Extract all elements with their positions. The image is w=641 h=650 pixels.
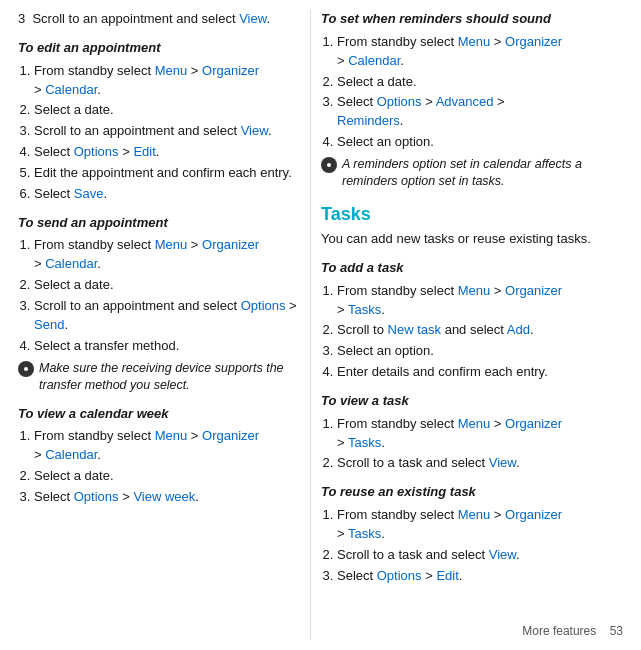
addtask-step-3: Select an option. <box>337 342 623 361</box>
addtask-step-4: Enter details and confirm each entry. <box>337 363 623 382</box>
options-link-1: Options <box>74 144 119 159</box>
calendar-link-3: Calendar <box>45 447 97 462</box>
edit-step-3: Scroll to an appointment and select View… <box>34 122 300 141</box>
left-column: 3 Scroll to an appointment and select Vi… <box>0 10 310 640</box>
reminders-title: To set when reminders should sound <box>321 10 623 29</box>
section-edit-appointment: To edit an appointment From standby sele… <box>18 39 300 204</box>
send-title: To send an appointment <box>18 214 300 233</box>
section-reminders: To set when reminders should sound From … <box>321 10 623 191</box>
organizer-link: Organizer <box>202 63 259 78</box>
addtask-step-1: From standby select Menu > Organizer> Ta… <box>337 282 623 320</box>
addtask-title: To add a task <box>321 259 623 278</box>
tasks-link-1: Tasks <box>348 302 381 317</box>
reusetask-steps: From standby select Menu > Organizer> Ta… <box>321 506 623 585</box>
send-step-1: From standby select Menu > Organizer> Ca… <box>34 236 300 274</box>
menu-link-t1: Menu <box>458 283 491 298</box>
edit-steps: From standby select Menu > Organizer> Ca… <box>18 62 300 204</box>
newtask-link: New task <box>388 322 441 337</box>
addtask-steps: From standby select Menu > Organizer> Ta… <box>321 282 623 382</box>
send-note-text: Make sure the receiving device supports … <box>39 360 300 395</box>
item3-text: 3 Scroll to an appointment and select Vi… <box>18 10 300 29</box>
section-add-task: To add a task From standby select Menu >… <box>321 259 623 382</box>
reminders-note-text: A reminders option set in calendar affec… <box>342 156 623 191</box>
view-link-t2: View <box>489 547 516 562</box>
tasks-link-3: Tasks <box>348 526 381 541</box>
reminders-step-4: Select an option. <box>337 133 623 152</box>
viewweek-link: View week <box>133 489 195 504</box>
view-link-1: View <box>239 11 266 26</box>
send-step-3: Scroll to an appointment and select Opti… <box>34 297 300 335</box>
viewweek-title: To view a calendar week <box>18 405 300 424</box>
viewweek-step-3: Select Options > View week. <box>34 488 300 507</box>
reusetask-step-3: Select Options > Edit. <box>337 567 623 586</box>
organizer-link-t2: Organizer <box>505 416 562 431</box>
view-link-2: View <box>241 123 268 138</box>
reminders-steps: From standby select Menu > Organizer> Ca… <box>321 33 623 152</box>
tasks-section: Tasks You can add new tasks or reuse exi… <box>321 201 623 249</box>
tasks-intro: You can add new tasks or reuse existing … <box>321 230 623 249</box>
menu-link-3: Menu <box>155 428 188 443</box>
organizer-link-2: Organizer <box>202 237 259 252</box>
footer-text: More features <box>522 624 596 638</box>
edit-title: To edit an appointment <box>18 39 300 58</box>
viewtask-step-1: From standby select Menu > Organizer> Ta… <box>337 415 623 453</box>
menu-link-t2: Menu <box>458 416 491 431</box>
edit-step-5: Edit the appointment and confirm each en… <box>34 164 300 183</box>
menu-link: Menu <box>155 63 188 78</box>
menu-link-2: Menu <box>155 237 188 252</box>
calendar-link-2: Calendar <box>45 256 97 271</box>
advanced-link: Advanced <box>436 94 494 109</box>
reusetask-step-1: From standby select Menu > Organizer> Ta… <box>337 506 623 544</box>
edit-step-6: Select Save. <box>34 185 300 204</box>
item3-continuation: 3 Scroll to an appointment and select Vi… <box>18 10 300 29</box>
right-column: To set when reminders should sound From … <box>310 10 641 640</box>
section-view-task: To view a task From standby select Menu … <box>321 392 623 473</box>
viewweek-step-2: Select a date. <box>34 467 300 486</box>
send-steps: From standby select Menu > Organizer> Ca… <box>18 236 300 355</box>
send-step-4: Select a transfer method. <box>34 337 300 356</box>
section-view-week: To view a calendar week From standby sel… <box>18 405 300 507</box>
edit-link-t1: Edit <box>436 568 458 583</box>
section-send-appointment: To send an appointment From standby sele… <box>18 214 300 395</box>
reusetask-step-2: Scroll to a task and select View. <box>337 546 623 565</box>
footer-page: 53 <box>610 624 623 638</box>
options-link-t1: Options <box>377 568 422 583</box>
edit-link: Edit <box>133 144 155 159</box>
view-link-t1: View <box>489 455 516 470</box>
section-reuse-task: To reuse an existing task From standby s… <box>321 483 623 585</box>
menu-link-t3: Menu <box>458 507 491 522</box>
viewweek-step-1: From standby select Menu > Organizer> Ca… <box>34 427 300 465</box>
viewtask-steps: From standby select Menu > Organizer> Ta… <box>321 415 623 474</box>
tasks-link-2: Tasks <box>348 435 381 450</box>
edit-step-2: Select a date. <box>34 101 300 120</box>
reminders-step-2: Select a date. <box>337 73 623 92</box>
send-note: Make sure the receiving device supports … <box>18 360 300 395</box>
send-step-2: Select a date. <box>34 276 300 295</box>
footer: More features 53 <box>522 624 623 638</box>
options-link-3: Options <box>74 489 119 504</box>
edit-step-4: Select Options > Edit. <box>34 143 300 162</box>
reusetask-title: To reuse an existing task <box>321 483 623 502</box>
note-bullet-icon-2 <box>321 157 337 173</box>
page: 3 Scroll to an appointment and select Vi… <box>0 0 641 650</box>
tasks-heading: Tasks <box>321 201 623 227</box>
reminders-link: Reminders <box>337 113 400 128</box>
note-bullet-icon <box>18 361 34 377</box>
viewweek-steps: From standby select Menu > Organizer> Ca… <box>18 427 300 506</box>
options-link-r1: Options <box>377 94 422 109</box>
calendar-link: Calendar <box>45 82 97 97</box>
organizer-link-t3: Organizer <box>505 507 562 522</box>
add-link: Add <box>507 322 530 337</box>
organizer-link-r1: Organizer <box>505 34 562 49</box>
save-link: Save <box>74 186 104 201</box>
reminders-step-1: From standby select Menu > Organizer> Ca… <box>337 33 623 71</box>
viewtask-title: To view a task <box>321 392 623 411</box>
viewtask-step-2: Scroll to a task and select View. <box>337 454 623 473</box>
send-link: Send <box>34 317 64 332</box>
reminders-step-3: Select Options > Advanced >Reminders. <box>337 93 623 131</box>
edit-step-1: From standby select Menu > Organizer> Ca… <box>34 62 300 100</box>
reminders-note: A reminders option set in calendar affec… <box>321 156 623 191</box>
calendar-link-r1: Calendar <box>348 53 400 68</box>
addtask-step-2: Scroll to New task and select Add. <box>337 321 623 340</box>
organizer-link-t1: Organizer <box>505 283 562 298</box>
